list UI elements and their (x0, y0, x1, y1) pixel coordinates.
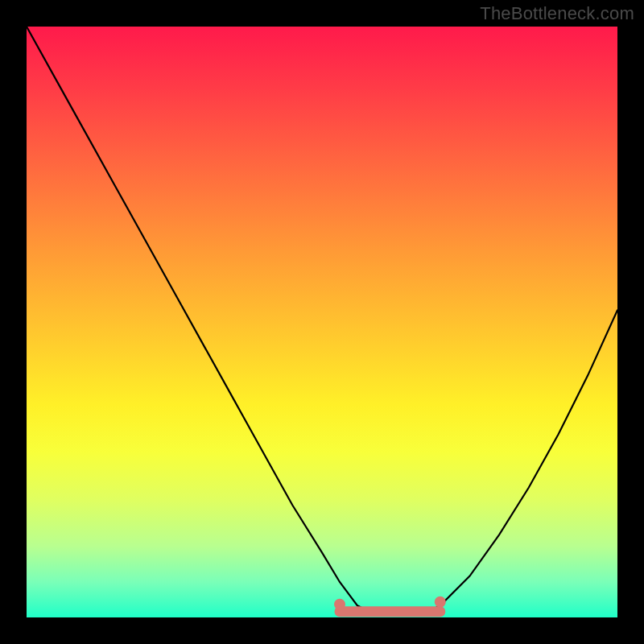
chart-frame: TheBottleneck.com (0, 0, 644, 644)
bottleneck-curve (27, 27, 617, 612)
curve-svg (27, 27, 617, 617)
watermark-label: TheBottleneck.com (480, 3, 634, 24)
plot-area (27, 27, 617, 617)
floor-marker-dot (334, 599, 345, 610)
floor-marker-dot (435, 597, 446, 608)
